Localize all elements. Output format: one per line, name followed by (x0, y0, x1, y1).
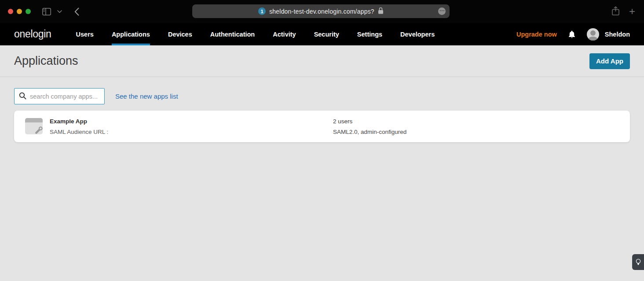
app-user-count: 2 users (333, 118, 406, 125)
tab-count-badge: 1 (258, 7, 266, 15)
add-app-button[interactable]: Add App (589, 53, 630, 69)
app-subtitle: SAML Audience URL : (50, 128, 108, 136)
upgrade-now-link[interactable]: Upgrade now (516, 31, 557, 38)
share-icon[interactable] (612, 6, 619, 17)
new-tab-icon[interactable]: + (629, 6, 635, 17)
help-tips-tab[interactable] (632, 254, 644, 270)
app-list-item[interactable]: Example App SAML Audience URL : 2 users … (14, 111, 630, 142)
nav-item-developers[interactable]: Developers (400, 23, 435, 45)
nav-item-users[interactable]: Users (76, 23, 94, 45)
wrench-icon (33, 125, 44, 136)
user-name: Sheldon (605, 31, 630, 38)
browser-titlebar: 1 sheldon-test-dev.onelogin.com/apps? ⋯ … (0, 0, 644, 23)
main-content: See the new apps list Example App SAML A… (0, 77, 644, 142)
search-company-apps-input[interactable] (14, 88, 105, 104)
app-thumbnail-icon (25, 118, 43, 134)
sidebar-toggle-icon[interactable] (42, 8, 51, 15)
app-config-type: SAML2.0, admin-configured (333, 128, 406, 136)
main-navbar: onelogin Users Applications Devices Auth… (0, 23, 644, 45)
window-controls (8, 9, 31, 14)
page-options-icon[interactable]: ⋯ (438, 7, 446, 15)
notifications-bell-icon[interactable] (568, 30, 575, 38)
page-header: Applications Add App (0, 45, 644, 77)
url-text: sheldon-test-dev.onelogin.com/apps? (269, 8, 374, 15)
see-new-apps-link[interactable]: See the new apps list (115, 92, 178, 100)
lock-icon (378, 7, 384, 15)
nav-item-settings[interactable]: Settings (357, 23, 382, 45)
user-menu[interactable]: Sheldon (587, 28, 630, 41)
nav-item-devices[interactable]: Devices (168, 23, 192, 45)
zoom-window-button[interactable] (26, 9, 31, 14)
back-button[interactable] (74, 7, 79, 16)
search-icon (19, 92, 26, 101)
onelogin-logo[interactable]: onelogin (14, 28, 51, 40)
app-name: Example App (50, 118, 108, 125)
nav-item-activity[interactable]: Activity (273, 23, 296, 45)
nav-item-applications[interactable]: Applications (112, 23, 150, 45)
avatar (587, 28, 599, 41)
close-window-button[interactable] (8, 9, 13, 14)
nav-item-security[interactable]: Security (314, 23, 339, 45)
chevron-down-icon[interactable] (57, 10, 62, 13)
lightbulb-icon (636, 259, 641, 266)
minimize-window-button[interactable] (17, 9, 22, 14)
nav-item-authentication[interactable]: Authentication (210, 23, 255, 45)
address-bar[interactable]: 1 sheldon-test-dev.onelogin.com/apps? ⋯ (192, 4, 450, 18)
page-title: Applications (14, 54, 78, 68)
